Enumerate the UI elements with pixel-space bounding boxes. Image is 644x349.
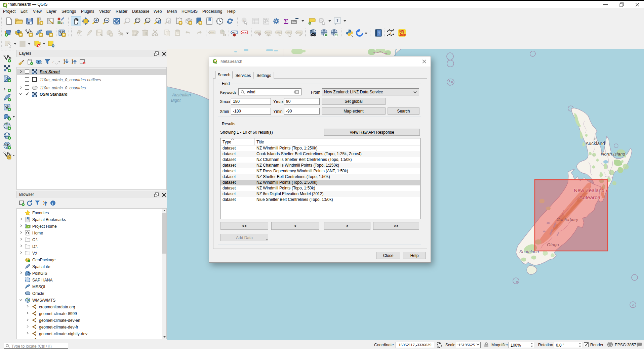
svg-text:Australian: Australian: [172, 93, 191, 97]
svg-text:1:1: 1:1: [146, 19, 150, 22]
svg-text:Bight: Bight: [171, 98, 181, 103]
svg-text:abc: abc: [210, 31, 214, 34]
svg-text:ab: ab: [232, 31, 235, 34]
svg-text:abc: abc: [266, 31, 271, 34]
svg-text:North Island: North Island: [601, 151, 626, 157]
svg-text:a: a: [61, 20, 64, 25]
svg-text:,: ,: [4, 84, 5, 91]
svg-text:ε: ε: [52, 59, 54, 64]
svg-text:Auckland: Auckland: [586, 141, 605, 146]
svg-text:?: ?: [378, 31, 380, 36]
svg-text:i: i: [243, 18, 244, 22]
svg-text:New Zealand /: New Zealand /: [574, 187, 608, 193]
svg-text:Southland: Southland: [519, 249, 539, 254]
svg-text:Otago: Otago: [547, 242, 559, 247]
svg-text:Σ: Σ: [284, 17, 288, 25]
svg-text:Aotearoa: Aotearoa: [579, 194, 601, 200]
svg-text:T: T: [336, 18, 339, 23]
svg-text:abc: abc: [287, 31, 291, 34]
svg-text:Join: Join: [399, 33, 406, 37]
svg-text:Canterbury: Canterbury: [557, 217, 579, 222]
svg-text:abc: abc: [242, 31, 247, 34]
